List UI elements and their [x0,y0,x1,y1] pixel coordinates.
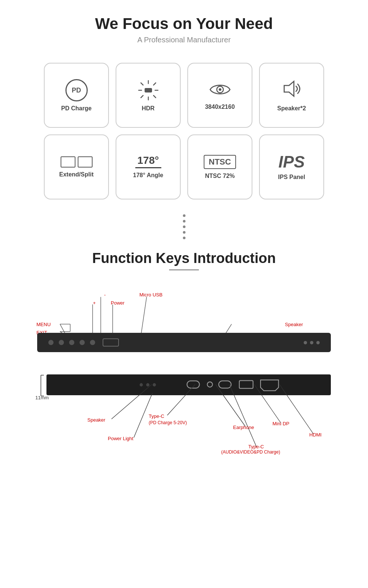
speaker-top-label: Speaker [285,322,303,327]
feature-card-ntsc: NTSC NTSC 72% [187,134,252,199]
svg-point-10 [219,88,221,91]
feature-card-pd: PD PD Charge [44,63,109,128]
monitor-bar-side [46,374,331,395]
btn-dot-5 [90,340,95,345]
svg-rect-31 [239,381,253,389]
feature-card-speaker: Speaker*2 [259,63,324,128]
function-title: Function Keys Introduction [15,250,353,266]
svg-line-5 [154,95,156,98]
small-dot-3 [316,341,320,344]
pd-label: PD Charge [61,105,92,112]
hdr-label: HDR [142,105,155,112]
eye-icon [208,81,232,100]
menu-label: MENU [36,322,51,327]
svg-point-26 [146,383,149,387]
button-group-left [48,340,95,345]
hdmi-label: HDMI [309,432,322,438]
dots-separator [0,203,368,247]
dot-5 [183,237,185,239]
type-c-1-label: Type-C [149,413,164,419]
btn-dot-1 [48,340,54,345]
page-header: We Focus on Your Need A Professional Man… [0,0,368,48]
extend-label: Extend/Split [59,171,93,178]
home-button [103,338,119,347]
mini-dp-label: Mini DP [272,421,290,426]
split-box-right [78,156,93,168]
speaker-icon [281,79,302,101]
angle-icon: 178° [135,155,161,168]
hdr-icon [137,79,159,101]
split-box-left [61,156,75,168]
svg-point-27 [153,383,156,387]
bracket-svg [37,374,45,397]
side-view: 11mm [26,367,342,486]
button-group-right [304,341,320,344]
svg-rect-8 [145,88,152,92]
diagram-area: MENU EXIT + - Power Micro USB Speaker [15,282,353,486]
btn-dot-2 [59,340,64,345]
features-grid: PD PD Charge HDR [0,48,368,203]
power-light-label: Power Light [108,436,133,441]
svg-marker-11 [284,81,294,96]
resolution-label: 3840x2160 [205,104,235,110]
feature-card-angle: 178° 178° Angle [116,134,181,199]
svg-line-4 [141,83,143,85]
minus-label: - [104,292,106,298]
type-c-1-sub-label: (PD Charge 5-20V) [149,420,187,425]
dot-2 [183,220,185,222]
small-dot-2 [310,341,313,344]
micro-usb-label: Micro USB [139,292,162,298]
small-dot-1 [304,341,307,344]
dot-4 [183,231,185,234]
dot-1 [183,214,185,217]
svg-line-7 [141,95,143,98]
subtitle: A Professional Manufacturer [7,36,361,44]
angle-label: 178° Angle [133,172,163,179]
top-view: MENU EXIT + - Power Micro USB Speaker [26,282,342,363]
type-c-2-label: Type-C [248,444,264,449]
main-title: We Focus on Your Need [7,15,361,33]
power-top-label: Power [111,300,125,306]
earphone-label: Earphone [233,425,254,430]
ntsc-icon: NTSC [204,155,236,169]
monitor-bar-top [37,333,331,352]
speaker-label: Speaker*2 [277,105,306,112]
ips-icon: IPS [278,154,305,170]
function-section: Function Keys Introduction MENU EXIT + -… [0,247,368,486]
svg-line-6 [154,83,156,85]
split-icon [61,156,93,168]
pd-icon: PD [65,79,88,101]
function-underline [169,269,199,270]
thickness-label: 11mm [35,395,49,400]
btn-dot-4 [80,340,85,345]
type-c-2-sub-label: (AUDIO&VIDEO&PD Charge) [221,449,280,455]
ips-label: IPS Panel [278,174,305,181]
ports-svg [46,374,331,395]
plus-label: + [93,300,96,306]
svg-rect-30 [219,381,231,388]
btn-dot-3 [69,340,74,345]
svg-point-29 [207,382,213,387]
svg-point-25 [140,383,143,387]
dot-3 [183,225,185,228]
feature-card-hdr: HDR [116,63,181,128]
feature-card-extend: Extend/Split [44,134,109,199]
ntsc-label: NTSC 72% [205,173,235,179]
feature-card-ips: IPS IPS Panel [259,134,324,199]
speaker-side-label: Speaker [87,417,105,423]
feature-card-resolution: 3840x2160 [187,63,252,128]
svg-rect-28 [187,381,199,388]
